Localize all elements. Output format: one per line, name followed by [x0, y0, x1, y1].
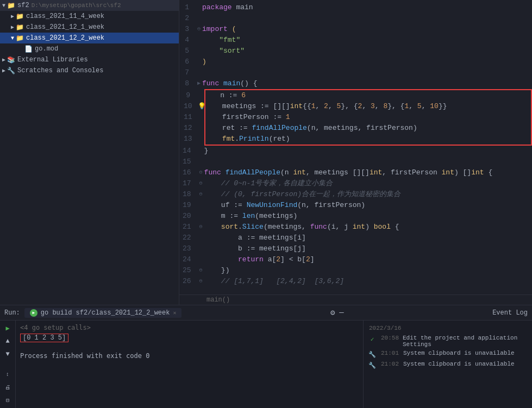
line-content: [202, 13, 532, 24]
event-info-icon: ✓: [368, 335, 377, 343]
event-time: 21:01: [381, 350, 399, 356]
run-tab-bar: Run: ▶ go build sf2/class_2021_12_2_week…: [0, 305, 532, 321]
code-line-2: 2: [179, 13, 532, 24]
code-line-14: 14 }: [179, 146, 532, 156]
line-content: func main() {: [202, 78, 532, 89]
sidebar-label: class_2021_12_1_week: [26, 23, 104, 31]
filter-button[interactable]: ⊟: [2, 395, 13, 406]
top-area: ▼ 📁 sf2 D:\mysetup\gopath\src\sf2 ▶ 📁 cl…: [0, 0, 532, 305]
bottom-panel: Run: ▶ go build sf2/class_2021_12_2_week…: [0, 305, 532, 408]
bottom-split: ▶ ▲ ▼ ↕ 🖨 ⊟ <4 go setup calls> [0 1 2 3 …: [0, 321, 532, 408]
sidebar-item-class3[interactable]: ▼ 📁 class_2021_12_2_week: [0, 33, 179, 43]
event-time: 20:58: [381, 335, 398, 341]
play-button[interactable]: ▶: [2, 323, 13, 334]
gear-icon[interactable]: ⚙: [330, 308, 335, 317]
run-tab-actions: ⚙ —: [330, 308, 344, 317]
line-number: 22: [179, 233, 198, 243]
event-tool-icon: 🔧: [368, 350, 377, 359]
scroll-down-button[interactable]: ▼: [2, 349, 13, 360]
code-line-7: 7: [179, 67, 532, 78]
sidebar-item-scratches[interactable]: ▶ 🔧 Scratches and Consoles: [0, 65, 179, 76]
minimize-icon[interactable]: —: [339, 308, 343, 317]
folder-icon: 📁: [15, 34, 24, 42]
line-number: 14: [179, 146, 198, 156]
event-time: 21:02: [381, 361, 399, 367]
line-number: 16: [179, 167, 198, 178]
code-line-16: 16 ⊖ func findAllPeople(n int, meetings …: [179, 167, 532, 178]
line-number: 3: [179, 24, 196, 35]
arrow-icon: ▼: [11, 35, 14, 41]
line-number: 25: [179, 265, 198, 276]
line-content: sort.Slice(meetings, func(i, j int) bool…: [204, 222, 532, 233]
event-item-3: 🔧 21:02 System clipboard is unavailable: [364, 360, 532, 371]
run-output: <4 go setup calls> [0 1 2 3 5] Process f…: [16, 321, 364, 408]
event-tool-icon: 🔧: [368, 361, 377, 369]
code-line-21: 21 ⊖ sort.Slice(meetings, func(i, j int)…: [179, 222, 532, 233]
editor-function-label: main(): [206, 296, 230, 304]
sidebar-root-path: D:\mysetup\gopath\src\sf2: [32, 2, 121, 9]
event-item-1: ✓ 20:58 Edit the project and application…: [364, 334, 532, 349]
output-boxed-result: [0 1 2 3 5]: [20, 334, 68, 342]
line-number: 6: [179, 57, 196, 67]
print-button[interactable]: 🖨: [2, 382, 13, 393]
run-tab[interactable]: ▶ go build sf2/class_2021_12_2_week ✕: [24, 308, 182, 318]
app-container: ▼ 📁 sf2 D:\mysetup\gopath\src\sf2 ▶ 📁 cl…: [0, 0, 532, 408]
line-number: 17: [179, 178, 198, 189]
line-number: 26: [179, 276, 198, 287]
line-content: package main: [202, 2, 532, 13]
code-line-23: 23 b := meetings[j]: [179, 243, 532, 254]
line-number: 21: [179, 222, 198, 233]
event-date: 2022/3/16: [364, 323, 532, 334]
line-content: fmt.Println(ret): [205, 134, 531, 145]
line-content: meetings := [][]int{{1, 2, 5}, {2, 3, 8}…: [205, 101, 531, 112]
line-number: 7: [179, 67, 196, 78]
code-line-1: 1 package main: [179, 2, 532, 13]
code-line-10: 10 💡 meetings := [][]int{{1, 2, 5}, {2, …: [180, 101, 531, 112]
output-exit-code: Process finished with exit code 0: [20, 351, 359, 361]
line-content: }: [204, 146, 532, 156]
line-number: 2: [179, 13, 196, 24]
line-content: m := len(meetings): [204, 211, 532, 222]
line-number: 4: [179, 35, 196, 46]
sidebar-item-class1[interactable]: ▶ 📁 class_2021_11_4_week: [0, 11, 179, 22]
event-text: System clipboard is unavailable: [403, 361, 515, 367]
arrow-icon: ▼: [2, 3, 5, 9]
line-content: func findAllPeople(n int, meetings [][]i…: [204, 167, 532, 178]
close-tab-icon[interactable]: ✕: [173, 310, 176, 316]
line-number: 12: [180, 123, 199, 134]
sidebar-item-class2[interactable]: ▶ 📁 class_2021_12_1_week: [0, 22, 179, 33]
output-setup-calls: <4 go setup calls>: [20, 323, 359, 332]
editor-area: 1 package main 2 3 ⊖ import (: [179, 0, 532, 305]
line-number: 8: [179, 78, 196, 89]
code-line-6: 6 ): [179, 57, 532, 67]
line-content: n := 6: [203, 90, 531, 101]
code-line-5: 5 "sort": [179, 46, 532, 57]
sidebar-item-gomod[interactable]: ▶ 📄 go.mod: [0, 43, 179, 54]
sidebar: ▼ 📁 sf2 D:\mysetup\gopath\src\sf2 ▶ 📁 cl…: [0, 0, 179, 305]
code-line-17: 17 ⊖ // 0~n-1号专家，各自建立小集合: [179, 178, 532, 189]
code-line-8: 8 ▶ func main() {: [179, 78, 532, 89]
event-text: Edit the project and application Setting…: [403, 335, 528, 348]
folder-icon: 📁: [15, 23, 24, 32]
line-content: // [1,7,1] [2,4,2] [3,6,2]: [204, 276, 532, 287]
output-result-line: [0 1 2 3 5]: [20, 334, 359, 342]
line-number: 13: [180, 134, 199, 145]
folder-icon: 📁: [15, 12, 24, 21]
code-container[interactable]: 1 package main 2 3 ⊖ import (: [179, 0, 532, 294]
line-number: 20: [179, 211, 198, 222]
line-content: // 0~n-1号专家，各自建立小集合: [204, 178, 532, 189]
event-log-items: 2022/3/16 ✓ 20:58 Edit the project and a…: [364, 321, 532, 408]
arrow-icon: ▶: [11, 24, 14, 30]
line-content: ret := findAllPeople(n, meetings, firstP…: [205, 123, 531, 134]
code-line-15: 15: [179, 156, 532, 167]
line-number: 19: [179, 200, 198, 211]
line-number: 18: [179, 189, 198, 200]
wrap-button[interactable]: ↕: [2, 369, 13, 380]
sidebar-item-extlibs[interactable]: ▶ 📚 External Libraries: [0, 54, 179, 65]
sidebar-label: class_2021_12_2_week: [26, 34, 104, 42]
sidebar-item-root[interactable]: ▼ 📁 sf2 D:\mysetup\gopath\src\sf2: [0, 0, 179, 11]
scroll-up-button[interactable]: ▲: [2, 336, 13, 347]
sidebar-label: External Libraries: [17, 56, 88, 64]
line-number: 24: [179, 254, 198, 265]
event-item-2: 🔧 21:01 System clipboard is unavailable: [364, 349, 532, 360]
